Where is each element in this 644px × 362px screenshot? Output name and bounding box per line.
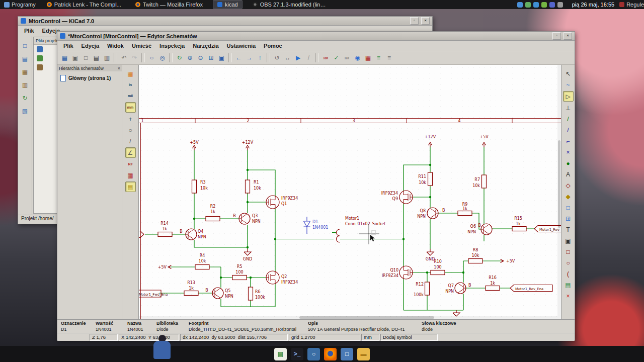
net-label-icon[interactable]: A (564, 169, 573, 179)
resistor-R5[interactable] (232, 276, 247, 280)
resistor-R13[interactable] (184, 291, 198, 296)
value-label[interactable]: 1k (162, 227, 167, 231)
resistor-R3[interactable] (192, 180, 197, 193)
add-bus-icon[interactable]: / (564, 125, 573, 135)
add-power-icon[interactable]: ⊥ (564, 103, 573, 113)
value-label[interactable]: NPN (417, 214, 426, 219)
editor-menu-item-5[interactable]: Narzędzia (189, 42, 222, 50)
taskbar-right-item[interactable]: Regule (619, 2, 644, 8)
maximize-button[interactable]: ▫ (410, 17, 419, 25)
unarchive-project-icon[interactable]: ▥ (20, 80, 30, 89)
power-label[interactable]: +5V (506, 259, 515, 263)
power-label[interactable]: +12V (242, 140, 254, 145)
ref-label[interactable]: R14 (160, 221, 169, 226)
global-label-text[interactable]: Motor1_Rev (539, 228, 559, 232)
ref-label[interactable]: R15 (514, 216, 522, 221)
ref-label[interactable]: R16 (489, 276, 497, 280)
project-menu-item-0[interactable]: Plik (20, 27, 38, 35)
clipboard-tray-icon[interactable] (557, 2, 563, 8)
navigate-forward-icon[interactable]: → (245, 53, 254, 63)
zoom-selection-icon[interactable]: ▣ (217, 53, 226, 63)
clock[interactable]: pią 26 maj, 16:55 (572, 2, 614, 8)
simulator-icon[interactable]: ◉ (353, 53, 362, 63)
resistor-R4[interactable] (195, 265, 209, 269)
ref-label-selected[interactable]: D1 (312, 220, 318, 224)
undo-icon[interactable]: ↶ (119, 53, 129, 63)
grid-toggle-icon[interactable]: ▦ (126, 69, 135, 78)
power-label[interactable]: +12V (425, 135, 436, 139)
fields-table-icon[interactable]: ▦ (126, 170, 135, 180)
value-label[interactable]: 100 (434, 265, 441, 269)
ref-label[interactable]: Q6 (470, 224, 476, 229)
bluetooth-tray-icon[interactable] (549, 2, 555, 8)
units-mils-icon[interactable]: mil (126, 91, 135, 101)
open-project-icon[interactable]: ▤ (20, 54, 30, 63)
erc-icon[interactable]: ✓ (332, 53, 341, 63)
value-label[interactable]: 1k (189, 286, 194, 291)
ref-label[interactable]: R2 (210, 204, 216, 209)
global-label-text[interactable]: Motor1_Fwd_Ena (139, 293, 168, 297)
mirror-icon[interactable]: ↔ (283, 53, 292, 63)
print-icon[interactable]: ▤ (92, 53, 101, 63)
clear-annotation-icon[interactable]: R# (342, 53, 352, 63)
add-text-icon[interactable]: T (564, 225, 573, 234)
canvas-horizontal-scrollbar[interactable] (139, 316, 561, 319)
value-label[interactable]: 10k (254, 186, 261, 191)
navigate-up-icon[interactable]: ↑ (255, 53, 265, 63)
value-label[interactable]: IRF9Z34 (382, 274, 398, 278)
value-label[interactable]: 1k (462, 207, 467, 211)
diode-D1-selected[interactable] (304, 217, 310, 234)
new-project-icon[interactable]: □ (20, 41, 30, 50)
resistor-R16[interactable] (486, 286, 500, 291)
resistor-R2[interactable] (206, 217, 220, 221)
editor-menu-item-4[interactable]: Inspekcja (155, 42, 189, 50)
volume-tray-icon[interactable] (517, 2, 523, 8)
displays-app-icon[interactable]: □ (341, 348, 353, 360)
hierarchy-close-icon[interactable]: × (118, 66, 120, 71)
delete-tool-icon[interactable]: × (564, 291, 573, 301)
value-label[interactable]: 10k (200, 186, 208, 191)
add-symbol-icon[interactable]: ▷ (563, 91, 574, 102)
plot-icon[interactable]: ▥ (102, 53, 112, 63)
hierarchy-navigator-icon[interactable]: ▤ (125, 182, 136, 192)
ref-label[interactable]: R7 (474, 177, 480, 182)
resistor-R11[interactable] (428, 172, 433, 186)
ref-label[interactable]: R9 (462, 202, 468, 207)
rotate-icon[interactable]: ↺ (272, 53, 282, 63)
close-button[interactable]: × (421, 17, 430, 25)
ref-label[interactable]: Q5 (225, 289, 230, 293)
taskbar-window-3[interactable]: OBS 27.1.3-modified (linu... (249, 1, 332, 9)
terminal-app-icon[interactable]: >_ (291, 348, 303, 360)
add-image-icon[interactable]: ▤ (564, 280, 573, 290)
editor-menu-item-7[interactable]: Pomoc (260, 42, 286, 50)
units-inches-icon[interactable]: in (126, 80, 135, 89)
ref-label[interactable]: R12 (416, 282, 424, 287)
connector-J-Motor1[interactable] (337, 229, 340, 242)
value-label[interactable]: 100k (255, 295, 265, 300)
value-label[interactable]: 10k (472, 184, 480, 188)
text-box-icon[interactable]: ▣ (564, 236, 573, 245)
editor-menu-item-3[interactable]: Umieść (128, 42, 155, 50)
archive-project-icon[interactable]: ▦ (20, 67, 30, 76)
draw-arc-icon[interactable]: ( (564, 269, 573, 279)
value-label[interactable]: IRF9Z34 (281, 196, 298, 201)
power-label[interactable]: +5V (190, 140, 199, 145)
ref-label[interactable]: Q2 (281, 275, 287, 279)
display-tray-icon[interactable] (533, 2, 539, 8)
hidden-pins-icon[interactable]: ○ (126, 125, 135, 135)
find-icon[interactable]: ○ (147, 53, 156, 63)
editor-maximize-button[interactable]: ▫ (552, 32, 561, 40)
ref-label[interactable]: Motor1 (345, 216, 359, 221)
editor-titlebar[interactable]: *MtorControl [MtorControl] — Edytor Sche… (57, 32, 575, 41)
export-netlist-icon[interactable]: ≡ (384, 53, 394, 63)
run-simulation-icon[interactable]: ▶ (293, 53, 303, 63)
editor-menu-item-1[interactable]: Edycja (77, 42, 103, 50)
applications-menu[interactable]: Programy (0, 0, 40, 9)
ref-label[interactable]: Q1 (281, 202, 287, 206)
add-junction-icon[interactable]: ● (564, 158, 573, 168)
global-label-text[interactable]: Motor1_Rev_Ena (515, 287, 543, 291)
draw-rectangle-icon[interactable]: □ (564, 247, 573, 256)
hierarchical-sheet-icon[interactable]: □ (564, 203, 573, 212)
value-label[interactable]: IRF9Z34 (281, 280, 298, 285)
draw-circle-icon[interactable]: ○ (564, 258, 573, 267)
